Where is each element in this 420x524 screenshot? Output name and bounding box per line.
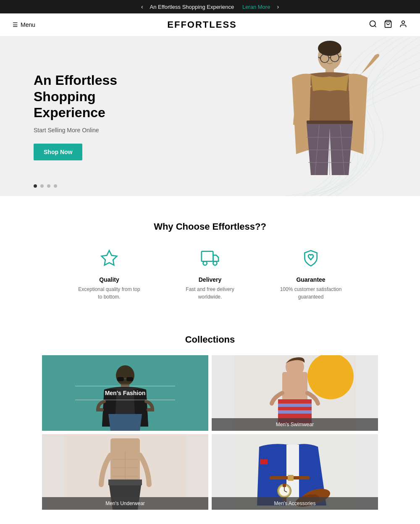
menu-trigger[interactable]: ☰ Menu (13, 21, 35, 28)
svg-rect-7 (307, 121, 353, 124)
menu-label: Menu (21, 21, 35, 28)
feature-guarantee-desc: 100% customer satisfaction guaranteed (277, 286, 344, 301)
svg-rect-35 (278, 407, 312, 410)
svg-rect-48 (260, 459, 268, 464)
accessories-label: Men's Accessories (212, 497, 378, 510)
announcement-prev-btn[interactable]: ‹ (138, 3, 147, 10)
svg-point-0 (370, 21, 375, 26)
svg-rect-33 (278, 399, 312, 403)
svg-point-30 (307, 355, 354, 399)
shop-now-button[interactable]: Shop Now (34, 144, 82, 160)
hero-title: An Effortless Shopping Experience (34, 72, 134, 121)
collections-section: Collections (0, 317, 420, 524)
feature-guarantee-title: Guarantee (277, 276, 344, 283)
svg-rect-20 (202, 252, 213, 262)
header-icons (369, 20, 407, 30)
announcement-text: An Effortless Shopping Experience (150, 4, 234, 10)
search-icon[interactable] (369, 20, 377, 30)
svg-rect-45 (108, 479, 142, 485)
feature-delivery-desc: Fast and free delivery worldwide. (176, 286, 244, 301)
announcement-learn-more[interactable]: Leran More (242, 4, 270, 10)
collections-heading: Collections (42, 334, 378, 345)
collections-grid: Men's Fashion (42, 355, 378, 510)
hamburger-icon: ☰ (13, 21, 18, 28)
svg-rect-57 (283, 484, 286, 487)
svg-marker-19 (102, 251, 117, 265)
cart-icon[interactable] (384, 20, 392, 30)
feature-delivery-title: Delivery (176, 276, 244, 283)
announcement-bar: ‹ An Effortless Shopping Experience Lera… (0, 0, 420, 13)
features-grid: Quality Exceptional quality from top to … (17, 249, 403, 301)
truck-icon (176, 249, 244, 271)
brand-logo[interactable]: EFFORTLESS (167, 19, 236, 30)
svg-rect-34 (278, 403, 312, 407)
star-icon (76, 249, 143, 271)
model-svg (265, 37, 382, 196)
svg-line-1 (375, 25, 376, 27)
why-choose-section: Why Choose Effortless?? Quality Exceptio… (0, 196, 420, 317)
hero-content: An Effortless Shopping Experience Start … (0, 47, 168, 185)
feature-guarantee: Guarantee 100% customer satisfaction gua… (277, 249, 344, 301)
collection-mens-fashion[interactable]: Men's Fashion (42, 355, 208, 431)
feature-delivery: Delivery Fast and free delivery worldwid… (176, 249, 244, 301)
fashion-overlay-title: Men's Fashion (105, 390, 146, 396)
underwear-label: Men's Underwear (42, 497, 208, 510)
why-choose-heading: Why Choose Effortless?? (17, 221, 403, 232)
svg-line-16 (329, 58, 331, 58)
svg-rect-50 (288, 475, 294, 481)
hero-subtitle: Start Selling More Online (34, 127, 134, 134)
feature-quality-title: Quality (76, 276, 143, 283)
svg-point-21 (203, 261, 207, 265)
hero-section: .wave-line{fill:none;stroke:#1aad9c;stro… (0, 37, 420, 196)
svg-point-3 (402, 21, 405, 24)
shield-heart-icon (277, 249, 344, 271)
collection-mens-underwear[interactable]: Men's Underwear (42, 434, 208, 510)
feature-quality: Quality Exceptional quality from top to … (76, 249, 143, 301)
feature-quality-desc: Exceptional quality from top to bottom. (76, 286, 143, 301)
svg-point-22 (213, 261, 217, 265)
user-icon[interactable] (399, 20, 407, 30)
announcement-next-btn[interactable]: › (273, 3, 282, 10)
swimwear-label: Men's Swimwear (212, 418, 378, 431)
collection-mens-swimwear[interactable]: Men's Swimwear (212, 355, 378, 431)
fashion-overlay: Men's Fashion (42, 355, 208, 431)
svg-point-5 (318, 41, 341, 56)
header: ☰ Menu EFFORTLESS (0, 13, 420, 37)
hero-model-image (252, 37, 395, 196)
collection-mens-accessories[interactable]: Men's Accessories (212, 434, 378, 510)
svg-rect-36 (278, 410, 312, 414)
